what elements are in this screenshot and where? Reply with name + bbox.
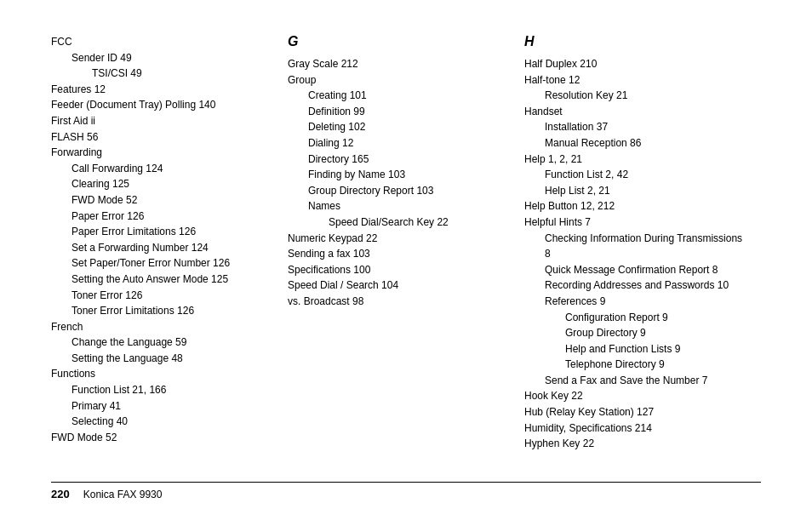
list-item: FWD Mode 52 (51, 430, 271, 446)
list-item: Sender ID 49 (71, 50, 271, 66)
list-item: Deleting 102 (308, 119, 507, 135)
list-item: Toner Error 126 (71, 288, 271, 304)
list-item: FLASH 56 (51, 129, 271, 146)
list-item: Selecting 40 (71, 414, 271, 430)
list-item: Installation 37 (545, 119, 744, 135)
list-item: Group (288, 72, 507, 89)
list-item: Set Paper/Toner Error Number 126 (71, 255, 271, 272)
list-item: Handset (524, 104, 744, 120)
list-item: Resolution Key 21 (545, 88, 744, 104)
list-item: Function List 21, 166 (71, 382, 271, 398)
list-item: Finding by Name 103 (308, 167, 507, 183)
list-item: FCC (51, 34, 271, 50)
list-item: Setting the Language 48 (71, 351, 271, 367)
list-item: Feeder (Document Tray) Polling 140 (51, 97, 271, 113)
list-item: Checking Information During Transmission… (545, 231, 744, 262)
list-item: Function List 2, 42 (545, 167, 744, 183)
page-number: 220 (51, 488, 70, 500)
list-item: Dialing 12 (308, 135, 507, 152)
list-item: Telephone Directory 9 (565, 357, 744, 373)
list-item: Half-tone 12 (524, 72, 744, 89)
list-item: Group Directory 9 (565, 325, 744, 341)
list-item: Creating 101 (308, 88, 507, 104)
list-item: Send a Fax and Save the Number 7 (545, 373, 744, 389)
list-item: Toner Error Limitations 126 (71, 303, 271, 319)
list-item: Speed Dial/Search Key 22 (329, 214, 507, 231)
list-item: Recording Addresses and Passwords 10 (545, 277, 744, 294)
list-item: Forwarding (51, 145, 271, 161)
list-item: Speed Dial / Search 104 (288, 277, 507, 294)
list-item: Hook Key 22 (524, 388, 744, 404)
list-item: Quick Message Confirmation Report 8 (545, 262, 744, 278)
list-item: Help and Function Lists 9 (565, 341, 744, 357)
list-item: Paper Error 126 (71, 209, 271, 225)
list-item: vs. Broadcast 98 (288, 294, 507, 310)
list-item: Help Button 12, 212 (524, 198, 744, 214)
list-item: Sending a fax 103 (288, 246, 507, 262)
list-item: Call Forwarding 124 (71, 161, 271, 177)
list-item: Helpful Hints 7 (524, 214, 744, 231)
list-item: First Aid ii (51, 113, 271, 129)
columns: FCCSender ID 49TSI/CSI 49Features 12Feed… (51, 34, 761, 466)
list-item: TSI/CSI 49 (92, 66, 271, 82)
list-item: Configuration Report 9 (565, 310, 744, 326)
list-item: Numeric Keypad 22 (288, 231, 507, 247)
column-0: FCCSender ID 49TSI/CSI 49Features 12Feed… (51, 34, 288, 466)
list-item: Primary 41 (71, 398, 271, 415)
list-item: Half Duplex 210 (524, 56, 744, 72)
book-title: Konica FAX 9930 (83, 489, 163, 500)
column-1: GGray Scale 212GroupCreating 101Definiti… (288, 34, 524, 466)
column-header-2: H (524, 34, 744, 49)
list-item: Set a Forwarding Number 124 (71, 240, 271, 256)
list-item: French (51, 319, 271, 335)
list-item: Specifications 100 (288, 262, 507, 278)
list-item: Humidity, Specifications 214 (524, 420, 744, 437)
list-item: References 9 (545, 294, 744, 310)
list-item: Names (308, 198, 507, 214)
list-item: Hub (Relay Key Station) 127 (524, 404, 744, 420)
list-item: Definition 99 (308, 104, 507, 120)
list-item: Functions (51, 366, 271, 382)
list-item: Clearing 125 (71, 176, 271, 192)
list-item: FWD Mode 52 (71, 192, 271, 209)
column-header-1: G (288, 34, 507, 49)
list-item: Features 12 (51, 82, 271, 98)
list-item: Directory 165 (308, 152, 507, 168)
list-item: Help 1, 2, 21 (524, 152, 744, 168)
list-item: Paper Error Limitations 126 (71, 224, 271, 240)
list-item: Gray Scale 212 (288, 56, 507, 72)
list-item: Manual Reception 86 (545, 135, 744, 152)
column-2: HHalf Duplex 210Half-tone 12Resolution K… (524, 34, 761, 466)
footer: 220 Konica FAX 9930 (51, 482, 761, 500)
page: FCCSender ID 49TSI/CSI 49Features 12Feed… (0, 0, 812, 526)
list-item: Hyphen Key 22 (524, 436, 744, 452)
list-item: Help List 2, 21 (545, 183, 744, 199)
list-item: Change the Language 59 (71, 334, 271, 351)
list-item: Setting the Auto Answer Mode 125 (71, 272, 271, 288)
list-item: Group Directory Report 103 (308, 183, 507, 199)
